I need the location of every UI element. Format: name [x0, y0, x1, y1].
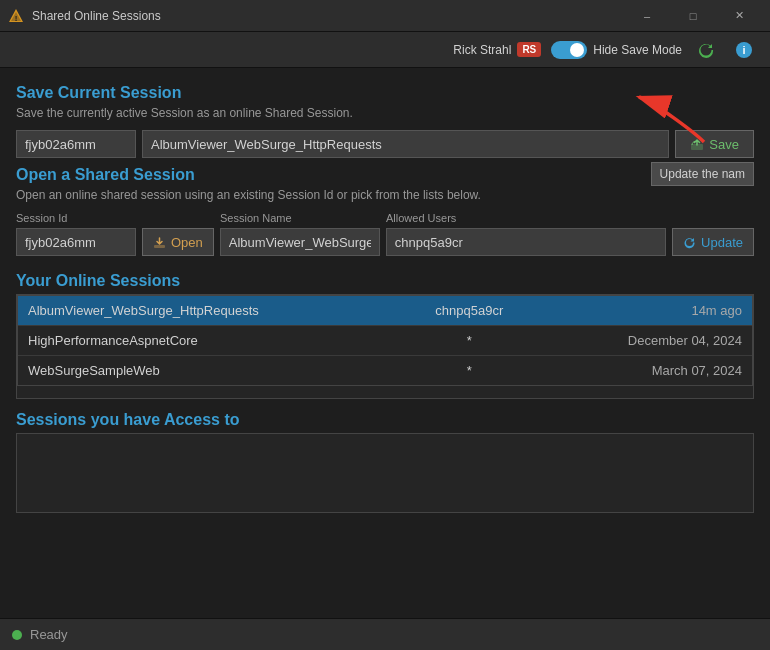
- label-open-spacer: [142, 212, 214, 224]
- access-section: Sessions you have Access to: [16, 411, 754, 513]
- open-field-labels: Session Id Session Name Allowed Users: [16, 212, 754, 224]
- hide-save-toggle[interactable]: [551, 41, 587, 59]
- save-session-id-input[interactable]: [16, 130, 136, 158]
- svg-text:i: i: [742, 44, 745, 56]
- maximize-button[interactable]: □: [670, 0, 716, 32]
- save-section-desc: Save the currently active Session as an …: [16, 106, 754, 120]
- close-button[interactable]: ✕: [716, 0, 762, 32]
- session-name-cell: AlbumViewer_WebSurge_HttpRequests: [18, 296, 375, 325]
- session-users-cell: chnpq5a9cr: [375, 296, 564, 325]
- open-row: Open Update: [16, 228, 754, 256]
- refresh-button[interactable]: [692, 36, 720, 64]
- statusbar: Ready: [0, 618, 770, 650]
- session-time-cell: December 04, 2024: [564, 326, 753, 355]
- access-table-container: [16, 433, 754, 513]
- label-session-name: Session Name: [220, 212, 380, 224]
- user-badge: Rick Strahl RS: [453, 42, 541, 57]
- session-users-cell: *: [375, 356, 564, 385]
- table-row[interactable]: WebSurgeSampleWeb * March 07, 2024: [18, 356, 752, 385]
- main-content: Save Current Session Save the currently …: [0, 68, 770, 618]
- open-section-title: Open a Shared Session: [16, 166, 754, 184]
- access-section-title: Sessions you have Access to: [16, 411, 754, 429]
- session-users-cell: *: [375, 326, 564, 355]
- open-session-name-input[interactable]: [220, 228, 380, 256]
- open-section: Open a Shared Session Open an online sha…: [16, 166, 754, 256]
- save-row: Save Update the nam: [16, 130, 754, 158]
- sessions-table-container: AlbumViewer_WebSurge_HttpRequests chnpq5…: [16, 294, 754, 399]
- status-indicator: [12, 630, 22, 640]
- session-time-cell: March 07, 2024: [564, 356, 753, 385]
- hide-save-toggle-container[interactable]: Hide Save Mode: [551, 41, 682, 59]
- label-allowed-users: Allowed Users: [386, 212, 506, 224]
- open-button[interactable]: Open: [142, 228, 214, 256]
- sessions-table: AlbumViewer_WebSurge_HttpRequests chnpq5…: [17, 295, 753, 386]
- svg-text:!: !: [15, 14, 18, 23]
- open-section-desc: Open an online shared session using an e…: [16, 188, 754, 202]
- window-title: Shared Online Sessions: [32, 9, 624, 23]
- session-name-cell: HighPerformanceAspnetCore: [18, 326, 375, 355]
- minimize-button[interactable]: –: [624, 0, 670, 32]
- table-row[interactable]: AlbumViewer_WebSurge_HttpRequests chnpq5…: [18, 296, 752, 326]
- user-avatar: RS: [517, 42, 541, 57]
- cloud-update-icon: [683, 236, 696, 249]
- open-allowed-users-input[interactable]: [386, 228, 666, 256]
- session-name-cell: WebSurgeSampleWeb: [18, 356, 375, 385]
- table-row[interactable]: HighPerformanceAspnetCore * December 04,…: [18, 326, 752, 356]
- save-tooltip: Update the nam: [651, 162, 754, 186]
- topbar: Rick Strahl RS Hide Save Mode i: [0, 32, 770, 68]
- save-button-label: Save: [709, 137, 739, 152]
- save-session-name-input[interactable]: [142, 130, 669, 158]
- open-button-label: Open: [171, 235, 203, 250]
- your-sessions-section: Your Online Sessions AlbumViewer_WebSurg…: [16, 272, 754, 399]
- window-controls: – □ ✕: [624, 0, 762, 32]
- status-text: Ready: [30, 627, 68, 642]
- toggle-label: Hide Save Mode: [593, 43, 682, 57]
- update-button[interactable]: Update: [672, 228, 754, 256]
- username-label: Rick Strahl: [453, 43, 511, 57]
- info-button[interactable]: i: [730, 36, 758, 64]
- update-button-label: Update: [701, 235, 743, 250]
- open-session-id-input[interactable]: [16, 228, 136, 256]
- titlebar: ! Shared Online Sessions – □ ✕: [0, 0, 770, 32]
- cloud-upload-icon: [690, 137, 704, 151]
- save-section-title: Save Current Session: [16, 84, 754, 102]
- save-button[interactable]: Save: [675, 130, 754, 158]
- your-sessions-title: Your Online Sessions: [16, 272, 754, 290]
- session-time-cell: 14m ago: [564, 296, 753, 325]
- svg-rect-7: [154, 245, 165, 248]
- app-icon: !: [8, 8, 24, 24]
- cloud-download-icon: [153, 236, 166, 249]
- sessions-tbody: AlbumViewer_WebSurge_HttpRequests chnpq5…: [18, 296, 753, 386]
- save-section: Save Current Session Save the currently …: [16, 84, 754, 158]
- label-session-id: Session Id: [16, 212, 136, 224]
